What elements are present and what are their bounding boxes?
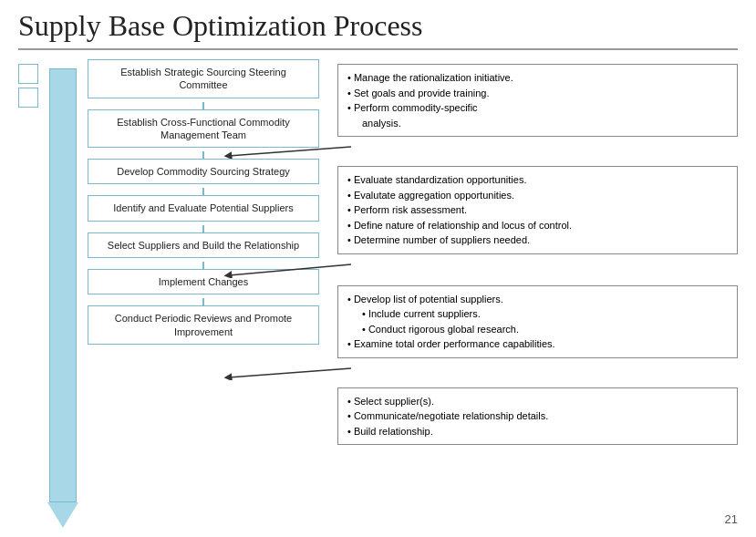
page: Supply Base Optimization Process Establi… — [0, 0, 756, 537]
arrow-head — [47, 502, 78, 528]
flow-boxes-col: Establish Strategic Sourcing Steering Co… — [88, 59, 319, 528]
right-column: • Manage the rationalization initiative.… — [319, 59, 738, 528]
info-box-4: • Select supplier(s). • Communicate/nego… — [337, 387, 738, 446]
info-box-2: • Evaluate standardization opportunities… — [337, 166, 738, 254]
page-title: Supply Base Optimization Process — [18, 9, 738, 50]
info4-line3: • Build relationship. — [347, 424, 728, 439]
flow-box-1: Establish Strategic Sourcing Steering Co… — [88, 59, 319, 98]
flow-box-5: Select Suppliers and Build the Relations… — [88, 232, 319, 258]
info4-line2: • Communicate/negotiate relationship det… — [347, 408, 728, 424]
arrow-svg-2 — [173, 260, 356, 278]
info-row-2: • Evaluate standardization opportunities… — [337, 166, 738, 254]
arrow-svg-3 — [173, 364, 356, 380]
info-row-4: • Select supplier(s). • Communicate/nego… — [337, 387, 738, 446]
spacer-2 — [337, 260, 738, 278]
info2-line5: • Determine number of suppliers needed. — [347, 232, 728, 248]
side-square-1 — [18, 64, 38, 84]
spacer-3 — [337, 364, 738, 380]
info-row-3: • Develop list of potential suppliers. •… — [337, 285, 738, 358]
connector-3 — [202, 188, 204, 195]
info2-line2: • Evalutate aggregation opportunities. — [347, 188, 728, 203]
flow-box-3: Develop Commodity Sourcing Strategy — [88, 159, 319, 184]
info3-line3: • Conduct rigorous global research. — [347, 322, 728, 337]
info1-line1: • Manage the rationalization initiative. — [347, 70, 728, 86]
arrow-body — [49, 68, 77, 502]
info2-line3: • Perform risk assessment. — [347, 202, 728, 218]
side-square-2 — [18, 88, 38, 108]
info3-line4: • Examine total order performance capabi… — [347, 336, 728, 352]
page-number: 21 — [725, 512, 738, 526]
info1-line2: • Set goals and provide training. — [347, 86, 728, 101]
info3-line1: • Develop list of potential suppliers. — [347, 292, 728, 307]
flow-box-7: Conduct Periodic Reviews and Promote Imp… — [88, 305, 319, 345]
spacer-1 — [337, 142, 738, 159]
info1-line4: analysis. — [347, 116, 728, 131]
connector-1 — [202, 102, 204, 109]
arrow-svg-1 — [173, 142, 356, 159]
info-box-1: • Manage the rationalization initiative.… — [337, 64, 738, 137]
connector-6 — [202, 298, 204, 305]
big-arrow — [47, 68, 78, 528]
info2-line4: • Define nature of relationship and locu… — [347, 218, 728, 233]
info4-line1: • Select supplier(s). — [347, 394, 728, 409]
svg-line-4 — [228, 368, 351, 377]
svg-line-0 — [228, 147, 351, 156]
info2-line1: • Evaluate standardization opportunities… — [347, 172, 728, 188]
svg-line-2 — [228, 264, 351, 275]
info-row-1: • Manage the rationalization initiative.… — [337, 64, 738, 137]
big-arrow-col — [46, 59, 80, 528]
info1-line3: • Perform commodity-specific — [347, 100, 728, 116]
flow-box-4: Identify and Evaluate Potential Supplier… — [88, 195, 319, 221]
left-column: Establish Strategic Sourcing Steering Co… — [18, 59, 319, 528]
side-squares — [18, 59, 38, 528]
content-area: Establish Strategic Sourcing Steering Co… — [18, 59, 738, 528]
info3-line2: • Include current suppliers. — [347, 306, 728, 322]
info-box-3: • Develop list of potential suppliers. •… — [337, 285, 738, 358]
connector-4 — [202, 225, 204, 232]
